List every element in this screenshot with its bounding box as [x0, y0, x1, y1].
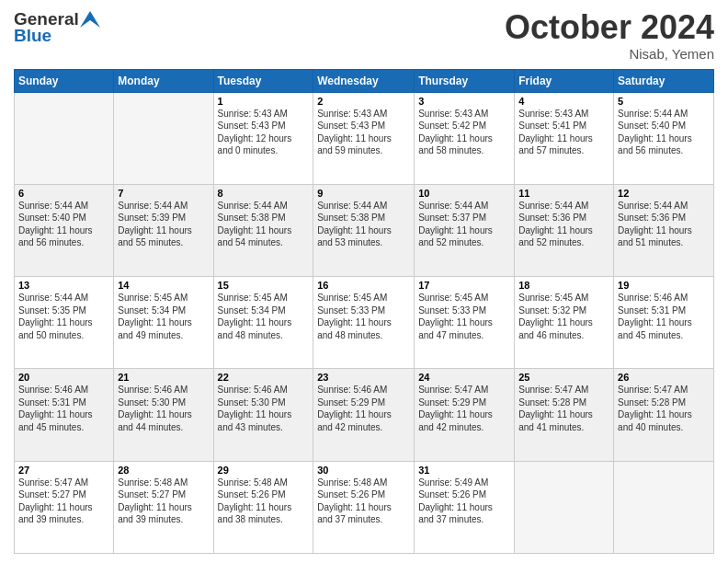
- day-info: Sunrise: 5:46 AMSunset: 5:31 PMDaylight:…: [18, 384, 109, 433]
- day-number: 7: [118, 188, 209, 199]
- day-number: 15: [218, 280, 310, 291]
- day-info: Sunrise: 5:48 AMSunset: 5:26 PMDaylight:…: [218, 477, 310, 526]
- day-number: 29: [218, 465, 310, 476]
- calendar-day-header: Wednesday: [313, 69, 415, 92]
- day-number: 23: [317, 372, 410, 383]
- day-info: Sunrise: 5:48 AMSunset: 5:26 PMDaylight:…: [317, 477, 410, 526]
- day-info: Sunrise: 5:45 AMSunset: 5:32 PMDaylight:…: [518, 292, 609, 341]
- calendar-cell: 15Sunrise: 5:45 AMSunset: 5:34 PMDayligh…: [213, 277, 313, 369]
- day-number: 30: [317, 465, 410, 476]
- day-number: 13: [18, 280, 109, 291]
- day-info: Sunrise: 5:44 AMSunset: 5:40 PMDaylight:…: [618, 108, 710, 157]
- calendar-cell: [114, 92, 213, 184]
- location: Nisab, Yemen: [505, 46, 714, 62]
- day-number: 21: [118, 372, 209, 383]
- calendar-cell: 4Sunrise: 5:43 AMSunset: 5:41 PMDaylight…: [515, 92, 614, 184]
- day-info: Sunrise: 5:44 AMSunset: 5:39 PMDaylight:…: [118, 200, 209, 249]
- svg-marker-0: [80, 11, 100, 28]
- calendar-cell: [15, 92, 114, 184]
- day-number: 12: [618, 188, 710, 199]
- calendar-cell: 5Sunrise: 5:44 AMSunset: 5:40 PMDaylight…: [614, 92, 714, 184]
- day-info: Sunrise: 5:46 AMSunset: 5:29 PMDaylight:…: [317, 384, 410, 433]
- calendar-cell: 10Sunrise: 5:44 AMSunset: 5:37 PMDayligh…: [415, 184, 515, 276]
- calendar-cell: 2Sunrise: 5:43 AMSunset: 5:43 PMDaylight…: [313, 92, 415, 184]
- calendar-cell: 22Sunrise: 5:46 AMSunset: 5:30 PMDayligh…: [213, 369, 313, 461]
- logo-blue-text: Blue: [14, 26, 51, 46]
- calendar-cell: 19Sunrise: 5:46 AMSunset: 5:31 PMDayligh…: [614, 277, 714, 369]
- day-info: Sunrise: 5:44 AMSunset: 5:37 PMDaylight:…: [418, 200, 510, 249]
- calendar-cell: 3Sunrise: 5:43 AMSunset: 5:42 PMDaylight…: [415, 92, 515, 184]
- day-info: Sunrise: 5:44 AMSunset: 5:38 PMDaylight:…: [218, 200, 310, 249]
- calendar-cell: 24Sunrise: 5:47 AMSunset: 5:29 PMDayligh…: [415, 369, 515, 461]
- day-info: Sunrise: 5:43 AMSunset: 5:41 PMDaylight:…: [518, 108, 609, 157]
- calendar-cell: 30Sunrise: 5:48 AMSunset: 5:26 PMDayligh…: [313, 461, 415, 553]
- day-info: Sunrise: 5:46 AMSunset: 5:30 PMDaylight:…: [118, 384, 209, 433]
- calendar-cell: 26Sunrise: 5:47 AMSunset: 5:28 PMDayligh…: [614, 369, 714, 461]
- day-info: Sunrise: 5:44 AMSunset: 5:35 PMDaylight:…: [18, 292, 109, 341]
- day-number: 4: [518, 96, 609, 107]
- calendar-day-header: Saturday: [614, 69, 714, 92]
- day-number: 19: [618, 280, 710, 291]
- day-number: 27: [18, 465, 109, 476]
- day-info: Sunrise: 5:43 AMSunset: 5:43 PMDaylight:…: [218, 108, 310, 157]
- day-info: Sunrise: 5:44 AMSunset: 5:40 PMDaylight:…: [18, 200, 109, 249]
- day-info: Sunrise: 5:46 AMSunset: 5:31 PMDaylight:…: [618, 292, 710, 341]
- calendar-cell: 31Sunrise: 5:49 AMSunset: 5:26 PMDayligh…: [415, 461, 515, 553]
- day-info: Sunrise: 5:45 AMSunset: 5:33 PMDaylight:…: [418, 292, 510, 341]
- day-number: 14: [118, 280, 209, 291]
- day-number: 8: [218, 188, 310, 199]
- calendar-cell: 7Sunrise: 5:44 AMSunset: 5:39 PMDaylight…: [114, 184, 213, 276]
- calendar-cell: 1Sunrise: 5:43 AMSunset: 5:43 PMDaylight…: [213, 92, 313, 184]
- calendar-header-row: SundayMondayTuesdayWednesdayThursdayFrid…: [15, 69, 714, 92]
- day-number: 2: [317, 96, 410, 107]
- calendar-week-row: 27Sunrise: 5:47 AMSunset: 5:27 PMDayligh…: [15, 461, 714, 553]
- day-number: 31: [418, 465, 510, 476]
- header: General Blue October 2024 Nisab, Yemen: [14, 9, 714, 62]
- calendar-cell: 20Sunrise: 5:46 AMSunset: 5:31 PMDayligh…: [15, 369, 114, 461]
- day-number: 26: [618, 372, 710, 383]
- calendar-day-header: Tuesday: [213, 69, 313, 92]
- calendar-cell: 6Sunrise: 5:44 AMSunset: 5:40 PMDaylight…: [15, 184, 114, 276]
- logo-bird-icon: [80, 11, 100, 28]
- calendar-week-row: 20Sunrise: 5:46 AMSunset: 5:31 PMDayligh…: [15, 369, 714, 461]
- day-number: 22: [218, 372, 310, 383]
- calendar-week-row: 1Sunrise: 5:43 AMSunset: 5:43 PMDaylight…: [15, 92, 714, 184]
- day-number: 1: [218, 96, 310, 107]
- day-number: 25: [518, 372, 609, 383]
- day-info: Sunrise: 5:44 AMSunset: 5:36 PMDaylight:…: [618, 200, 710, 249]
- day-number: 5: [618, 96, 710, 107]
- day-info: Sunrise: 5:47 AMSunset: 5:28 PMDaylight:…: [618, 384, 710, 433]
- calendar-cell: 18Sunrise: 5:45 AMSunset: 5:32 PMDayligh…: [515, 277, 614, 369]
- calendar-cell: 11Sunrise: 5:44 AMSunset: 5:36 PMDayligh…: [515, 184, 614, 276]
- calendar-cell: 25Sunrise: 5:47 AMSunset: 5:28 PMDayligh…: [515, 369, 614, 461]
- calendar-cell: 17Sunrise: 5:45 AMSunset: 5:33 PMDayligh…: [415, 277, 515, 369]
- calendar-cell: 23Sunrise: 5:46 AMSunset: 5:29 PMDayligh…: [313, 369, 415, 461]
- calendar-day-header: Monday: [114, 69, 213, 92]
- calendar-cell: 16Sunrise: 5:45 AMSunset: 5:33 PMDayligh…: [313, 277, 415, 369]
- day-info: Sunrise: 5:45 AMSunset: 5:34 PMDaylight:…: [118, 292, 209, 341]
- calendar-cell: 27Sunrise: 5:47 AMSunset: 5:27 PMDayligh…: [15, 461, 114, 553]
- calendar-cell: 29Sunrise: 5:48 AMSunset: 5:26 PMDayligh…: [213, 461, 313, 553]
- title-area: October 2024 Nisab, Yemen: [505, 9, 714, 62]
- day-number: 10: [418, 188, 510, 199]
- day-number: 16: [317, 280, 410, 291]
- day-info: Sunrise: 5:43 AMSunset: 5:42 PMDaylight:…: [418, 108, 510, 157]
- day-info: Sunrise: 5:44 AMSunset: 5:38 PMDaylight:…: [317, 200, 410, 249]
- day-info: Sunrise: 5:47 AMSunset: 5:29 PMDaylight:…: [418, 384, 510, 433]
- calendar-cell: 14Sunrise: 5:45 AMSunset: 5:34 PMDayligh…: [114, 277, 213, 369]
- calendar: SundayMondayTuesdayWednesdayThursdayFrid…: [14, 69, 714, 554]
- calendar-cell: 21Sunrise: 5:46 AMSunset: 5:30 PMDayligh…: [114, 369, 213, 461]
- calendar-week-row: 6Sunrise: 5:44 AMSunset: 5:40 PMDaylight…: [15, 184, 714, 276]
- calendar-cell: 12Sunrise: 5:44 AMSunset: 5:36 PMDayligh…: [614, 184, 714, 276]
- day-info: Sunrise: 5:45 AMSunset: 5:34 PMDaylight:…: [218, 292, 310, 341]
- page: General Blue October 2024 Nisab, Yemen S…: [0, 0, 728, 563]
- day-number: 18: [518, 280, 609, 291]
- calendar-cell: 13Sunrise: 5:44 AMSunset: 5:35 PMDayligh…: [15, 277, 114, 369]
- logo-area: General Blue: [14, 9, 101, 46]
- day-number: 28: [118, 465, 209, 476]
- calendar-day-header: Thursday: [415, 69, 515, 92]
- day-info: Sunrise: 5:46 AMSunset: 5:30 PMDaylight:…: [218, 384, 310, 433]
- calendar-day-header: Friday: [515, 69, 614, 92]
- day-number: 3: [418, 96, 510, 107]
- calendar-cell: 28Sunrise: 5:48 AMSunset: 5:27 PMDayligh…: [114, 461, 213, 553]
